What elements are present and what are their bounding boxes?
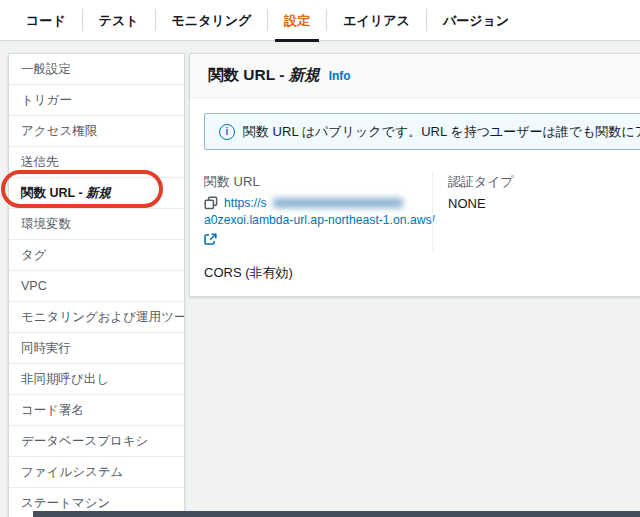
bottom-window-edge bbox=[33, 511, 640, 517]
sidebar-item-file-systems[interactable]: ファイルシステム bbox=[9, 457, 184, 488]
tab-code[interactable]: コード bbox=[10, 0, 82, 41]
redacted-url-segment bbox=[273, 198, 403, 208]
sidebar-item-env-vars[interactable]: 環境変数 bbox=[9, 209, 184, 240]
sidebar-item-triggers[interactable]: トリガー bbox=[9, 85, 184, 116]
panel-title: 関数 URL - 新規 bbox=[208, 65, 320, 86]
sidebar-item-permissions[interactable]: アクセス権限 bbox=[9, 116, 184, 147]
sidebar-item-code-signing[interactable]: コード署名 bbox=[9, 395, 184, 426]
copy-icon[interactable] bbox=[204, 196, 218, 210]
function-url-link[interactable]: https://s bbox=[224, 196, 267, 210]
sidebar-item-destinations[interactable]: 送信先 bbox=[9, 147, 184, 178]
tab-versions[interactable]: バージョン bbox=[427, 0, 525, 41]
panel-body: 関数 URL はパブリックです。URL を持つユーザーは誰でも関数にアクセスでき… bbox=[190, 98, 640, 282]
tab-settings[interactable]: 設定 bbox=[268, 0, 326, 41]
function-tab-bar: コード テスト モニタリング 設定 エイリアス バージョン bbox=[0, 0, 640, 41]
sidebar-item-function-url[interactable]: 関数 URL - 新規 bbox=[9, 178, 184, 209]
sidebar-item-database-proxies[interactable]: データベースプロキシ bbox=[9, 426, 184, 457]
sidebar-item-async-invocation[interactable]: 非同期呼び出し bbox=[9, 364, 184, 395]
auth-type-label: 認証タイプ bbox=[448, 173, 514, 191]
info-icon bbox=[219, 124, 235, 140]
function-url-link-line2[interactable]: a0zexoi.lambda-url.ap-northeast-1.on.aws… bbox=[204, 213, 432, 227]
public-url-alert: 関数 URL はパブリックです。URL を持つユーザーは誰でも関数にアクセスでき… bbox=[204, 113, 640, 150]
auth-type-column: 認証タイプ NONE bbox=[432, 173, 514, 250]
function-url-label: 関数 URL bbox=[204, 173, 432, 191]
function-url-line1: https://s bbox=[204, 196, 432, 210]
settings-sidebar: 一般設定 トリガー アクセス権限 送信先 関数 URL - 新規 環境変数 タグ… bbox=[8, 53, 185, 517]
tab-aliases[interactable]: エイリアス bbox=[327, 0, 426, 41]
tab-monitoring[interactable]: モニタリング bbox=[156, 0, 268, 41]
panel-title-new: 新規 bbox=[289, 66, 320, 83]
function-url-panel: 関数 URL - 新規 Info 関数 URL はパブリックです。URL を持つ… bbox=[189, 53, 640, 297]
sidebar-item-label: 関数 URL - bbox=[21, 186, 86, 200]
panel-title-text: 関数 URL - bbox=[208, 66, 289, 83]
external-link-icon[interactable] bbox=[204, 233, 217, 246]
sidebar-item-label-new: 新規 bbox=[86, 186, 111, 200]
function-url-column: 関数 URL https://s a0zexoi.lambda-url.ap-n… bbox=[204, 173, 432, 250]
sidebar-item-general-config[interactable]: 一般設定 bbox=[9, 54, 184, 85]
sidebar-item-concurrency[interactable]: 同時実行 bbox=[9, 333, 184, 364]
sidebar-item-tags[interactable]: タグ bbox=[9, 240, 184, 271]
detail-columns: 関数 URL https://s a0zexoi.lambda-url.ap-n… bbox=[204, 173, 640, 250]
auth-type-value: NONE bbox=[448, 196, 514, 211]
sidebar-item-vpc[interactable]: VPC bbox=[9, 271, 184, 302]
panel-header: 関数 URL - 新規 Info bbox=[190, 54, 640, 98]
alert-text: 関数 URL はパブリックです。URL を持つユーザーは誰でも関数にアクセスでき… bbox=[243, 123, 640, 140]
cors-status: CORS (非有効) bbox=[204, 264, 640, 282]
sidebar-item-monitoring-tools[interactable]: モニタリングおよび運用ツール bbox=[9, 302, 184, 333]
info-link[interactable]: Info bbox=[329, 69, 351, 83]
tab-test[interactable]: テスト bbox=[83, 0, 155, 41]
